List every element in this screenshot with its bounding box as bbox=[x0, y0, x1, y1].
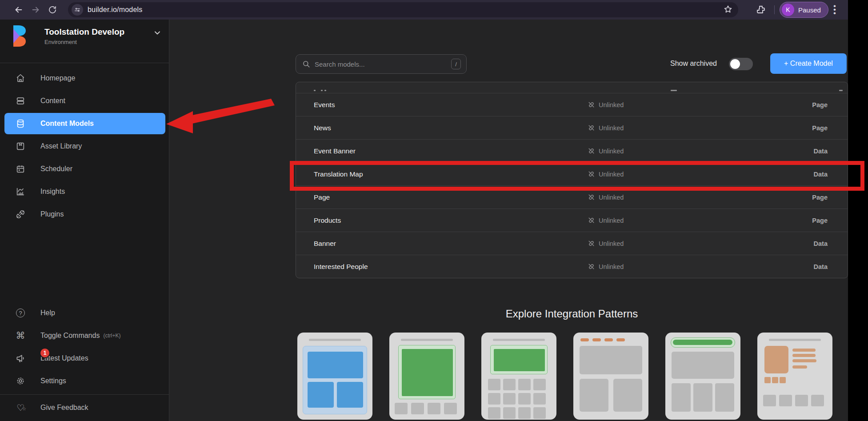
address-bar[interactable]: builder.io/models bbox=[68, 2, 738, 17]
megaphone-icon: 1 bbox=[15, 353, 26, 364]
shortcut-hint: (ctrl+K) bbox=[103, 333, 120, 339]
sidebar-item-scheduler[interactable]: Scheduler bbox=[4, 158, 165, 180]
model-name: Interested People bbox=[314, 263, 588, 271]
sidebar-item-content[interactable]: Content bbox=[4, 90, 165, 112]
sidebar-item-toggle-commands[interactable]: ⌘ Toggle Commands (ctrl+K) bbox=[4, 325, 165, 346]
show-archived-toggle[interactable] bbox=[729, 58, 753, 70]
unlinked-icon bbox=[588, 217, 595, 224]
model-type: Page bbox=[774, 217, 828, 224]
sidebar-item-label: Scheduler bbox=[40, 165, 72, 173]
sidebar-item-plugins[interactable]: Plugins bbox=[4, 204, 165, 225]
plug-icon bbox=[15, 209, 26, 220]
bookmark-star-icon[interactable] bbox=[723, 4, 733, 14]
pattern-card-navigation-links[interactable] bbox=[573, 333, 648, 420]
table-row[interactable]: Translation Map Unlinked Data bbox=[296, 162, 848, 185]
home-icon bbox=[15, 73, 26, 84]
model-name: Products bbox=[314, 217, 588, 225]
avatar: K bbox=[782, 4, 794, 16]
heart-star-icon: ♡☆ bbox=[15, 402, 26, 413]
model-status: Unlinked bbox=[599, 124, 624, 132]
calendar-icon bbox=[15, 164, 26, 174]
gear-icon bbox=[15, 376, 26, 386]
model-status: Unlinked bbox=[599, 240, 624, 247]
sidebar-item-latest-updates[interactable]: 1 Latest Updates bbox=[4, 348, 165, 369]
site-info-icon[interactable] bbox=[72, 4, 83, 16]
back-icon[interactable] bbox=[12, 4, 25, 16]
sidebar-item-homepage[interactable]: Homepage bbox=[4, 68, 165, 89]
org-name: Toolstation Develop bbox=[44, 27, 124, 37]
sidebar-item-label: Content bbox=[40, 97, 65, 105]
extensions-icon[interactable] bbox=[756, 4, 766, 15]
search-models-box[interactable]: / bbox=[296, 54, 467, 74]
sidebar-item-help[interactable]: ? Help bbox=[4, 302, 165, 324]
screen-edge-band bbox=[848, 0, 868, 421]
model-status: Unlinked bbox=[599, 101, 624, 108]
sidebar-item-asset-library[interactable]: Asset Library bbox=[4, 136, 165, 157]
profile-chip[interactable]: K Paused bbox=[780, 2, 828, 18]
model-type: Data bbox=[774, 171, 828, 178]
unlinked-icon bbox=[588, 193, 595, 201]
pattern-card-blog-article[interactable] bbox=[389, 333, 464, 420]
sidebar-item-insights[interactable]: Insights bbox=[4, 181, 165, 202]
table-row[interactable]: Events Unlinked Page bbox=[296, 93, 848, 116]
asset-library-icon bbox=[15, 141, 26, 152]
pattern-card-hero-section[interactable] bbox=[481, 333, 556, 420]
builder-logo bbox=[11, 25, 28, 47]
model-type: Data bbox=[774, 148, 828, 155]
sidebar-item-label: Insights bbox=[40, 188, 65, 196]
sidebar-item-label: Plugins bbox=[40, 210, 64, 218]
unlinked-icon bbox=[588, 240, 595, 247]
table-row-page-annotated[interactable]: Page Unlinked Page bbox=[296, 185, 848, 208]
table-row[interactable]: Event Banner Unlinked Data bbox=[296, 139, 848, 162]
model-type: Page bbox=[774, 124, 828, 132]
content-stack-icon bbox=[15, 96, 26, 106]
pattern-card-product-details[interactable] bbox=[757, 333, 832, 420]
model-name: Banner bbox=[314, 240, 588, 248]
table-row[interactable]: Banner Unlinked Data bbox=[296, 232, 848, 255]
model-name: Event Banner bbox=[314, 147, 588, 155]
model-status: Unlinked bbox=[599, 263, 624, 270]
sidebar-item-give-feedback[interactable]: ♡☆ Give Feedback bbox=[4, 397, 165, 418]
pattern-card-landing-pages[interactable] bbox=[297, 333, 372, 420]
table-row[interactable]: Interested People Unlinked Data bbox=[296, 255, 848, 278]
sidebar-item-label: Asset Library bbox=[40, 142, 82, 150]
database-icon bbox=[15, 118, 26, 129]
explore-patterns-title: Explore Integration Patterns bbox=[296, 308, 848, 320]
model-status: Unlinked bbox=[599, 194, 624, 201]
model-status: Unlinked bbox=[599, 171, 624, 178]
org-switcher[interactable]: Toolstation Develop Environment bbox=[0, 20, 169, 63]
sidebar-item-label: Content Models bbox=[40, 120, 94, 128]
table-row-partial[interactable] bbox=[296, 82, 848, 93]
chevron-down-icon[interactable] bbox=[153, 28, 162, 37]
hero-thumb bbox=[490, 345, 548, 374]
unlinked-icon bbox=[588, 147, 595, 155]
pattern-card-announcement-bar[interactable] bbox=[665, 333, 740, 420]
forward-icon[interactable] bbox=[29, 4, 42, 16]
sidebar-item-settings[interactable]: Settings bbox=[4, 370, 165, 392]
toggle-knob bbox=[730, 59, 740, 69]
unlinked-icon bbox=[588, 170, 595, 178]
table-row[interactable]: Products Unlinked Page bbox=[296, 208, 848, 232]
browser-menu-icon[interactable]: ••• bbox=[830, 4, 839, 15]
create-model-button[interactable]: + Create Model bbox=[770, 53, 847, 74]
model-type: Data bbox=[774, 263, 828, 270]
show-archived-label: Show archived bbox=[670, 60, 717, 68]
model-status: Unlinked bbox=[599, 217, 624, 224]
sidebar-item-label: Help bbox=[40, 309, 55, 317]
sidebar-item-label: Homepage bbox=[40, 74, 75, 82]
toolbar-divider bbox=[774, 5, 775, 14]
search-icon bbox=[302, 60, 310, 68]
reload-icon[interactable] bbox=[46, 4, 59, 16]
browser-toolbar: builder.io/models K Paused ••• bbox=[0, 0, 848, 20]
sidebar: Toolstation Develop Environment Homepage… bbox=[0, 20, 169, 421]
screen: builder.io/models K Paused ••• Toolst bbox=[0, 0, 868, 421]
search-input[interactable] bbox=[315, 60, 451, 68]
model-status: Unlinked bbox=[599, 148, 624, 155]
insights-chart-icon bbox=[15, 186, 26, 197]
help-icon: ? bbox=[15, 308, 26, 318]
sidebar-item-content-models[interactable]: Content Models bbox=[4, 113, 165, 134]
model-name: Events bbox=[314, 101, 588, 109]
command-icon: ⌘ bbox=[15, 330, 26, 341]
model-type: Page bbox=[774, 101, 828, 108]
table-row[interactable]: News Unlinked Page bbox=[296, 116, 848, 139]
